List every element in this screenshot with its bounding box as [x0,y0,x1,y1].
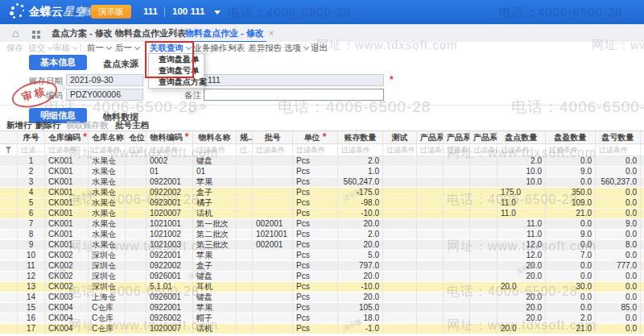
grid-cell-series1[interactable] [417,272,444,282]
grid-cell-series2[interactable] [444,167,470,177]
exit-button[interactable]: 退出 [311,43,328,54]
grid-cell-wh_code[interactable]: CK001 [45,156,89,167]
grid-cell-deficit_qty[interactable]: 0.0 [596,251,641,261]
table-row[interactable]: 11CK002深圳仓0922002盒子Pcs797.020.00.0777.0 [0,261,644,272]
grid-cell-unit[interactable]: Pcs [293,324,338,334]
grid-cell-series1[interactable] [417,251,444,261]
tab-counting-job-list[interactable]: 物料盘点作业列表 [115,27,186,39]
submit-button[interactable]: 提交 [28,43,52,54]
filter-cell-series2[interactable]: 过滤条件 [444,144,470,156]
grid-cell-count_qty[interactable]: 10.0 [497,167,546,177]
grid-cell-seq[interactable]: 11 [18,261,45,272]
grid-cell-mat_code[interactable]: 01 [147,167,193,177]
grid-cell-loc[interactable] [126,272,147,282]
grid-cell-surplus_qty[interactable]: 9.0 [546,167,596,177]
batch-master-button[interactable]: 批号主档 [115,120,149,131]
grid-cell-count_qty[interactable]: 20.0 [497,272,546,282]
menu-item-2[interactable]: 查询盘亏单 [149,65,204,77]
grid-cell-loc[interactable] [126,303,147,313]
grid-cell-book_qty[interactable]: 20.0 [338,240,383,251]
column-header-batch[interactable]: 批号 [253,131,293,144]
grid-cell-unit[interactable]: Pcs [293,156,338,167]
grid-cell-seq[interactable]: 14 [18,292,45,303]
grid-cell-series3[interactable] [470,324,497,334]
grid-cell-wh_code[interactable]: CK001 [45,198,89,209]
grid-cell-spec[interactable] [237,198,253,209]
grid-cell-series1[interactable] [417,303,444,313]
grid-cell-series3[interactable] [470,292,497,303]
grid-cell-deficit_qty[interactable]: 0.0 [596,209,641,219]
grid-cell-mat_name[interactable]: 苹果 [193,177,237,188]
grid-cell-series2[interactable] [444,261,470,272]
grid-cell-test[interactable] [383,230,417,240]
grid-cell-count_qty[interactable]: 11.0 [497,230,546,240]
grid-cell-series3[interactable] [470,261,497,272]
grid-cell-batch[interactable] [253,261,293,272]
grid-cell-loc[interactable] [126,209,147,219]
grid-cell-wh_name[interactable]: 水果仓 [89,188,126,198]
grid-cell-surplus_qty[interactable]: 109.0 [546,198,596,209]
filter-cell-extra[interactable]: 过滤条件 [641,144,644,156]
grid-cell-deficit_qty[interactable]: 9.0 [596,219,641,230]
grid-cell-spec[interactable] [237,156,253,167]
grid-cell-series2[interactable] [444,272,470,282]
grid-cell-seq[interactable]: 15 [18,303,45,313]
column-header-mat_name[interactable]: 物料名称 [193,131,237,144]
grid-cell-seq[interactable]: 9 [18,240,45,251]
filter-cell-batch[interactable]: 过滤条件 [253,144,293,156]
diff-report-button[interactable]: 差异报告 [248,43,282,54]
grid-cell-count_qty[interactable]: 175.0 [497,188,546,198]
grid-cell-series1[interactable] [417,209,444,219]
filter-cell-mat_name[interactable]: 过滤条件 [193,144,237,156]
grid-cell-seq[interactable]: 8 [18,230,45,240]
org-switcher[interactable]: 100 111 [172,6,204,16]
grid-cell-seq[interactable]: 1 [18,156,45,167]
table-row[interactable]: 10CK002深圳仓0922001苹果Pcs5.012.07.00.0 [0,251,644,261]
grid-cell-wh_name[interactable]: C仓库 [89,303,126,313]
grid-cell-mat_name[interactable]: 苹果 [193,251,237,261]
grid-cell-wh_code[interactable]: CK001 [45,188,89,198]
table-row[interactable]: 3CK001水果仓0922001苹果Pcs560,247.010.00.0560… [0,177,644,188]
grid-cell-test[interactable] [383,209,417,219]
grid-cell-series2[interactable] [444,156,470,167]
grid-cell-series3[interactable] [470,282,497,292]
grid-cell-batch[interactable] [253,177,293,188]
grid-cell-seq[interactable]: 10 [18,251,45,261]
grid-cell-test[interactable] [383,167,417,177]
column-header-test[interactable]: 测试 [383,131,417,144]
grid-cell-mat_code[interactable]: 0002 [147,156,193,167]
grid-cell-mat_name[interactable]: 橘子 [193,198,237,209]
grid-cell-test[interactable] [383,198,417,209]
grid-cell-spec[interactable] [237,209,253,219]
remark-input[interactable] [204,89,384,101]
column-header-book_qty[interactable]: 账存数量 [338,131,383,144]
table-row[interactable]: 4CK001水果仓0922002盒子Pcs-175.0175.0350.00.0 [0,188,644,198]
grid-cell-count_qty[interactable]: 20.0 [497,282,546,292]
grid-cell-wh_name[interactable]: 水果仓 [89,177,126,188]
column-header-loc[interactable]: 仓位 [126,131,147,144]
grid-cell-test[interactable] [383,251,417,261]
grid-cell-wh_code[interactable]: CK001 [45,219,89,230]
grid-cell-mat_code[interactable]: 0922001 [147,303,193,313]
filter-cell-book_qty[interactable]: 过滤条件 [338,144,383,156]
grid-cell-mat_name[interactable]: 键盘 [193,272,237,282]
grid-cell-batch[interactable] [253,198,293,209]
grid-cell-deficit_qty[interactable]: 8.0 [596,240,641,251]
grid-cell-count_qty[interactable]: 11.0 [497,219,546,230]
grid-cell-unit[interactable]: Pcs [293,272,338,282]
grid-cell-series1[interactable] [417,156,444,167]
grid-cell-mat_name[interactable]: 01 [193,167,237,177]
grid-cell-series3[interactable] [470,230,497,240]
menu-item-1[interactable]: 查询盘盈单 [149,54,204,65]
grid-cell-loc[interactable] [126,282,147,292]
demo-version-button[interactable]: 演示版 [91,5,131,19]
grid-cell-batch[interactable] [253,156,293,167]
filter-cell-wh_name[interactable]: 过滤条件 [89,144,126,156]
grid-cell-unit[interactable]: Pcs [293,251,338,261]
grid-cell-spec[interactable] [237,177,253,188]
grid-cell-mat_code[interactable]: 0923001 [147,198,193,209]
grid-cell-series3[interactable] [470,313,497,324]
grid-cell-seq[interactable]: 13 [18,282,45,292]
grid-cell-unit[interactable]: Pcs [293,188,338,198]
grid-cell-count_qty[interactable]: 10.0 [497,177,546,188]
